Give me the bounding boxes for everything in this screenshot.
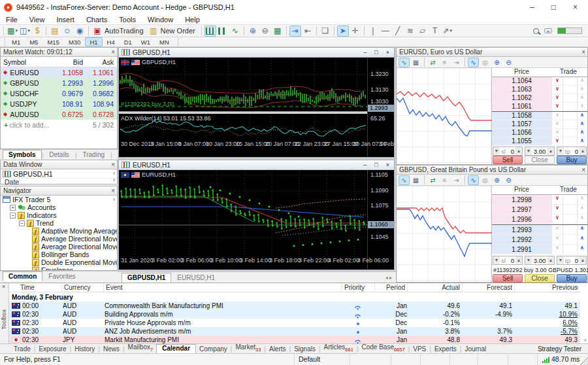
tree-node-root[interactable]: IFX Trader 5 ∧ xyxy=(1,196,117,203)
show-volume-button[interactable]: ◎ xyxy=(480,175,491,185)
tab-articles[interactable]: Articles661 xyxy=(321,343,357,353)
zoom-out-button[interactable]: ⊖ xyxy=(259,26,271,37)
tab-trade[interactable]: Trade xyxy=(10,345,34,353)
scroll-down-icon[interactable]: ∨ xyxy=(112,178,116,182)
vertical-line-tool[interactable]: | xyxy=(367,26,379,37)
candlestick-mode-button[interactable] xyxy=(217,26,229,37)
data-window-button[interactable]: ☺ xyxy=(61,26,73,37)
new-chart-button[interactable]: ▦▾ xyxy=(7,26,18,37)
signals-button[interactable]: ◉ xyxy=(74,26,86,37)
window-close-icon[interactable]: × xyxy=(386,162,389,168)
expand-icon[interactable]: + xyxy=(10,205,16,211)
buy-button[interactable]: Buy xyxy=(557,274,587,283)
scroll-up-icon[interactable]: ∧ xyxy=(112,171,116,176)
tab-vps[interactable]: VPS xyxy=(410,345,429,353)
tree-item-indicator[interactable]: f Bollinger Bands xyxy=(1,251,117,258)
stop-loss-stepper[interactable]: ▼ sl0 ▲ xyxy=(493,147,523,156)
bid-row[interactable]: 1.1055∨∧ xyxy=(492,137,587,146)
menu-help[interactable]: Help xyxy=(179,16,206,24)
column-ask[interactable]: Ask xyxy=(86,58,117,66)
zoom-in-button[interactable]: ⊕ xyxy=(491,175,502,185)
zoom-out-button[interactable]: ⊖ xyxy=(503,175,514,185)
decrement-icon[interactable]: ▼ xyxy=(493,147,500,155)
tab-codebase[interactable]: Code Base6657 xyxy=(358,343,408,353)
autotrading-icon[interactable]: ▣ xyxy=(91,26,103,37)
new-order-icon[interactable]: ▥ xyxy=(148,26,159,37)
tab-favorites[interactable]: Favorites xyxy=(42,271,81,281)
toolbar-grip[interactable] xyxy=(5,38,6,46)
collapse-icon[interactable]: − xyxy=(10,213,16,218)
orders-stack-button[interactable]: ≡ xyxy=(439,175,450,185)
line-chart-mode-button[interactable]: ∿ xyxy=(229,26,241,37)
close-icon[interactable]: × xyxy=(2,283,5,290)
shapes-tool[interactable]: ▱ xyxy=(417,26,429,37)
chat-icon[interactable] xyxy=(542,26,554,37)
time-axis[interactable]: 30 Dec 2019 3 Jan 15:00 8 Jan 07:00 10 J… xyxy=(119,141,394,148)
window-close-icon[interactable]: × xyxy=(386,49,389,56)
tree-node-trend[interactable]: − f Trend xyxy=(1,219,117,227)
refresh-button[interactable]: ⇄ xyxy=(427,58,438,67)
tab-symbols[interactable]: Symbols xyxy=(3,150,42,160)
autotrading-button[interactable]: AutoTrading xyxy=(104,27,147,35)
increment-icon[interactable]: ▲ xyxy=(547,256,554,264)
ask-row[interactable]: 1.1062∨∧ xyxy=(492,94,587,103)
bid-row[interactable]: 1.2992∨∧ xyxy=(492,235,587,245)
column-symbol[interactable]: Symbol xyxy=(1,58,52,66)
scroll-up-icon[interactable]: ∧ xyxy=(112,197,116,202)
tree-item-indicator[interactable]: f Envelopes ∨ xyxy=(1,266,117,270)
decrement-icon[interactable]: ▼ xyxy=(557,256,564,264)
ask-row[interactable]: 1.2996∨∧ xyxy=(492,215,587,224)
refresh-button[interactable]: ⇄ xyxy=(427,175,438,185)
scroll-up-icon[interactable]: ∧ xyxy=(576,285,579,290)
menu-charts[interactable]: Charts xyxy=(80,16,113,24)
price-chart[interactable] xyxy=(119,170,367,255)
orders-stack-button[interactable]: ≡ xyxy=(439,58,450,67)
window-minimize-icon[interactable]: – xyxy=(363,49,367,56)
tree-node-indicators[interactable]: − f Indicators xyxy=(1,211,117,219)
profiles-button[interactable]: ◫▾ xyxy=(19,26,31,37)
deposit-button[interactable]: $ xyxy=(31,26,43,37)
horizontal-line-tool[interactable]: — xyxy=(380,26,391,37)
profile-name[interactable]: Default xyxy=(294,354,350,365)
ask-row[interactable]: 1.2998∨∧ xyxy=(492,195,587,205)
chart-window-gbpusd[interactable]: GBPUSD,H1 – □ × GBPUSD,H1 #11392292 buy … xyxy=(118,47,395,158)
tile-windows-button[interactable]: ▦ xyxy=(272,26,284,37)
calendar-row[interactable]: 02:30 AUD Building Approvals m/m Dec -0.… xyxy=(9,310,580,319)
timeframe-m15[interactable]: M15 xyxy=(42,37,63,46)
close-icon[interactable]: × xyxy=(111,186,115,195)
window-minimize-icon[interactable]: – xyxy=(363,162,367,168)
cursor-tool-button[interactable]: ➤ xyxy=(337,26,349,37)
timeframe-mn[interactable]: MN xyxy=(155,37,174,46)
bid-row[interactable]: 1.1058∨∧ xyxy=(492,112,587,120)
close-icon[interactable]: × xyxy=(581,165,585,174)
tick-chart-button[interactable]: ∿ xyxy=(399,58,410,67)
chart-tab-gbpusd[interactable]: GBPUSD,H1 xyxy=(122,273,171,283)
close-button[interactable]: Close xyxy=(525,156,555,164)
tab-journal[interactable]: Journal xyxy=(461,345,489,353)
close-icon[interactable]: × xyxy=(111,48,115,56)
tab-news[interactable]: News xyxy=(100,345,123,353)
zoom-in-button[interactable]: ⊕ xyxy=(247,26,259,37)
increment-icon[interactable]: ▲ xyxy=(547,147,554,155)
chart-window-titlebar[interactable]: EURUSD,H1 – □ × xyxy=(119,160,394,170)
close-button[interactable]: Close xyxy=(525,274,555,283)
ask-row[interactable]: 1.1063∨∧ xyxy=(492,86,587,94)
decrement-icon[interactable]: ▼ xyxy=(525,256,532,264)
fibonacci-tool[interactable]: ≋ xyxy=(404,26,416,37)
sell-button[interactable]: Sell xyxy=(493,156,523,164)
increment-icon[interactable]: ▲ xyxy=(515,147,522,155)
timeframe-w1[interactable]: W1 xyxy=(137,37,155,46)
resize-grip[interactable] xyxy=(580,357,588,365)
decrement-icon[interactable]: ▼ xyxy=(493,256,500,264)
zoom-in-button[interactable]: ⊕ xyxy=(491,58,502,67)
zoom-out-button[interactable]: ⊖ xyxy=(503,58,514,67)
export-button[interactable]: ⇥ xyxy=(451,175,462,185)
time-axis[interactable]: 31 Jan 2020 3 Feb 02:00 3 Feb 06:00 3 Fe… xyxy=(119,257,394,265)
collapse-icon[interactable]: − xyxy=(19,220,25,226)
timeframe-h1[interactable]: H1 xyxy=(85,37,102,46)
calendar-row[interactable]: 00:00 AUD Commonwealth Bank Manufacturin… xyxy=(9,302,580,310)
position-selector[interactable]: #11392292 buy 3.00 GBPUSD 1.3018 ∨ xyxy=(492,266,587,274)
crosshair-tool-button[interactable]: ✛ xyxy=(350,26,361,37)
decrement-icon[interactable]: ▼ xyxy=(557,147,564,155)
new-order-button[interactable]: New Order xyxy=(160,27,199,35)
